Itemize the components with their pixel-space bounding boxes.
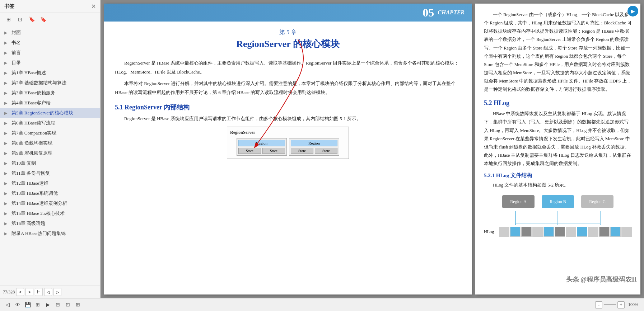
section-521-title: 5.2.1 HLog 文件结构 [484,172,632,179]
sidebar-item-ch1[interactable]: ▶ 第1章 HBase概述 [0,68,100,78]
zoom-slider[interactable]: ──── [604,302,616,307]
sidebar-item-label: 第10章 复制 [11,160,36,166]
regionserver-box: RegionServer Region Store Store [227,127,349,159]
sidebar-item-cover[interactable]: ▶ 封面 [0,28,100,38]
sidebar-item-label: 第13章 HBase系统调优 [11,190,58,197]
sidebar-item-ch11[interactable]: ▶ 第11章 备份与恢复 [0,168,100,178]
sidebar-item-appendix[interactable]: ▶ 附录A HBase热门问题集锦 [0,228,100,239]
sidebar-item-ch2[interactable]: ▶ 第2章 基础数据结构与算法 [0,78,100,88]
hlog-bar [499,227,632,237]
sidebar-item-ch15[interactable]: ▶ 第15章 HBase 2.x核心技术 [0,208,100,218]
last-page-button[interactable]: ⊢ [35,288,43,296]
chapter-header: 05 CHAPTER [104,4,472,22]
hlog-cell-10 [599,227,610,237]
right-pdf-page: 一个 RegionServer 由一个（或多个）HLog、一个 BlockCac… [475,4,640,294]
store-box-3: Store [291,148,313,154]
sidebar-item-ch8[interactable]: ▶ 第8章 负载均衡实现 [0,138,100,148]
sidebar-icon-1[interactable]: ⊞ [4,15,13,24]
sidebar-item-ch3[interactable]: ▶ 第3章 HBase依赖服务 [0,88,100,98]
bookmark-icon: ▶ [4,221,9,226]
sidebar-item-ch7[interactable]: ▶ 第7章 Compaction实现 [0,128,100,138]
nav-forward-button[interactable]: ▷ [53,288,61,296]
sidebar-item-ch12[interactable]: ▶ 第12章 HBase运维 [0,178,100,188]
sidebar-item-toc[interactable]: ▶ 目录 [0,58,100,68]
sidebar-item-ch5[interactable]: ▶ 第5章 RegionServer的核心模块 [0,108,100,118]
sidebar-item-label: 第3章 HBase依赖服务 [11,90,55,96]
bookmark-icon: ▶ [4,211,9,216]
region-c: Region C [581,195,613,208]
section-51-title: 5.1 RegionServer 内部结构 [115,103,461,112]
bookmark-icon: ▶ [4,201,9,206]
sidebar-item-ch9[interactable]: ▶ 第9章 宕机恢复原理 [0,148,100,158]
hlog-diagram: Region A Region B Region C [484,195,632,237]
bookmark-icon: ▶ [4,191,9,196]
sidebar-item-ch14[interactable]: ▶ 第14章 HBase运维案例分析 [0,198,100,208]
bookmark-icon: ▶ [4,121,9,126]
sidebar-item-ch4[interactable]: ▶ 第4章 HBase客户端 [0,98,100,108]
sidebar-item-ch13[interactable]: ▶ 第13章 HBase系统调优 [0,188,100,198]
bookmark-icon: ▶ [4,91,9,95]
bookmark-icon: ▶ [4,131,9,136]
tool-icon3[interactable]: ⊞ [74,301,82,309]
hlog-cell-2 [510,227,521,237]
hlog-cell-5 [543,227,554,237]
sidebar-item-preface[interactable]: ▶ 前言 [0,48,100,58]
sidebar-item-label: 第2章 基础数据结构与算法 [11,80,66,86]
bookmark-icon: ▶ [4,161,9,166]
sidebar-item-label: 附录A HBase热门问题集锦 [11,230,66,237]
bookmark-icon: ▶ [4,101,9,105]
tool-icon2[interactable]: ⊡ [64,301,72,309]
next-page-button[interactable]: > [25,288,33,296]
pages-icon[interactable]: ⊞ [34,301,42,309]
region-block-1: Region Store Store [237,138,287,156]
right-intro-para: 一个 RegionServer 由一个（或多个）HLog、一个 BlockCac… [484,11,632,94]
hlog-cell-12 [621,227,632,237]
sidebar-icon-4[interactable]: 🔖 [39,15,47,24]
sidebar-item-bookname[interactable]: ▶ 书名 [0,38,100,48]
play-icon[interactable]: ▶ [44,301,52,309]
zoom-minus-button[interactable]: - [595,301,602,308]
sidebar-item-label: 第4章 HBase客户端 [11,100,51,106]
hlog-cell-4 [532,227,543,237]
hlog-cell-9 [588,227,598,237]
hlog-cell-11 [610,227,621,237]
bookmark-icon: ▶ [4,181,9,186]
scroll-left-icon[interactable]: ◁ [4,301,11,309]
bookmark-icon: ▶ [4,71,9,75]
sidebar-item-label: 书名 [11,39,21,46]
zoom-plus-button[interactable]: + [617,301,625,308]
sidebar-item-label: 第15章 HBase 2.x核心技术 [11,210,65,217]
sidebar-item-label: 第5章 RegionServer的核心模块 [11,110,73,116]
body-text-para2: 本章将对 RegionServer 进行分解，并对其中的核心模块进行深入介绍。需… [115,79,461,97]
sidebar-item-label: 第14章 HBase运维案例分析 [11,200,67,207]
hlog-cell-6 [555,227,565,237]
sidebar-title: 书签 [4,3,14,10]
sidebar-icon-3[interactable]: 🔖 [27,15,36,24]
tool-icon1[interactable]: ⊟ [54,301,62,309]
sidebar-close-button[interactable]: ✕ [91,3,96,10]
bottom-toolbar: ◁ 👁 💾 ⊞ ▶ ⊟ ⊡ ⊞ - ──── + 100% [0,298,644,311]
chapter-title-cn: 第 5 章 [115,29,461,36]
sidebar-item-ch16[interactable]: ▶ 第16章 高级话题 [0,218,100,228]
left-pdf-page: 05 CHAPTER 第 5 章 RegionServer 的核心模块 Regi… [104,4,472,294]
bookmark-icon: ▶ [4,30,9,35]
eye-icon[interactable]: 👁 [14,301,22,309]
sidebar: 书签 ✕ ⊞ ⊡ 🔖 🔖 ▶ 封面 ▶ 书名 ▶ [0,0,101,298]
save-icon[interactable]: 💾 [24,301,32,309]
hlog-label: HLog [484,229,497,235]
sidebar-item-label: 第7章 Compaction实现 [11,130,56,136]
chapter-body: 第 5 章 RegionServer 的核心模块 RegionServer 是 … [104,22,472,166]
section-521-para: HLog 文件的基本结构如图 5-2 所示。 [484,181,632,189]
sidebar-icon-2[interactable]: ⊡ [16,15,24,24]
sidebar-item-ch10[interactable]: ▶ 第10章 复制 [0,158,100,168]
hlog-connector-svg [497,211,619,225]
regionserver-diagram: RegionServer Region Store Store [115,127,461,159]
sidebar-item-label: 目录 [11,60,21,66]
nav-back-button[interactable]: ◁ [44,288,52,296]
bookmark-icon: ▶ [4,51,9,55]
bookmark-icon: ▶ [4,61,9,65]
sidebar-item-label: 第1章 HBase概述 [11,70,46,76]
sidebar-item-ch6[interactable]: ▶ 第6章 HBase读写流程 [0,118,100,128]
bookmark-icon: ▶ [4,111,9,116]
prev-page-button[interactable]: < [16,288,24,296]
